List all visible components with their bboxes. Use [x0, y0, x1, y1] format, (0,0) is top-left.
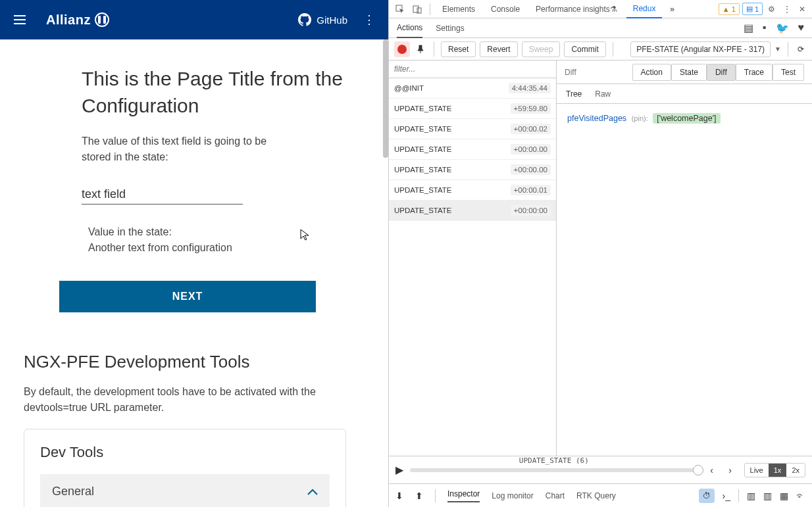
text-field-input[interactable] [82, 185, 243, 205]
sweep-button[interactable]: Sweep [522, 41, 561, 57]
timeline-label: UPDATE_STATE (6) [519, 456, 589, 465]
overflow-menu-button[interactable]: ⋮ [361, 12, 378, 27]
tab-redux[interactable]: Redux [626, 0, 663, 18]
chevron-down-icon[interactable]: ▼ [774, 45, 781, 53]
device-toolbar-icon[interactable] [410, 2, 424, 16]
page-title: This is the Page Title from the Configur… [82, 66, 365, 119]
panel-bottom-icon[interactable]: ▦ [780, 491, 788, 501]
commit-button[interactable]: Commit [564, 41, 605, 57]
card-title: Dev Tools [40, 444, 330, 461]
inspector-tab-state[interactable]: State [671, 64, 707, 81]
diff-value: ['welcomePage'] [653, 113, 720, 124]
subtab-tree[interactable]: Tree [566, 89, 582, 99]
action-row[interactable]: UPDATE_STATE+59:59.80 [389, 99, 556, 119]
inspector-tab-trace[interactable]: Trace [736, 64, 773, 81]
action-row[interactable]: UPDATE_STATE+00:00.01 [389, 180, 556, 201]
instance-selector[interactable]: PFE-STATE (Angular NX-PFE - 317) [630, 41, 771, 57]
slider-thumb[interactable] [693, 465, 703, 475]
diff-body: pfeVisitedPages (pin): ['welcomePage'] [557, 104, 812, 132]
action-time: +00:00.00 [511, 144, 551, 155]
github-link[interactable]: GitHub [298, 13, 347, 26]
tab-console[interactable]: Console [484, 0, 526, 18]
scrollbar-thumb[interactable] [383, 39, 388, 158]
brand-logo: Allianz [46, 12, 109, 28]
next-button[interactable]: NEXT [59, 281, 316, 312]
panel-left-icon[interactable]: ▥ [747, 491, 755, 501]
speed-1x[interactable]: 1x [769, 464, 787, 477]
devtools-bottombar: ⬇ ⬆ Inspector Log monitor Chart RTK Quer… [389, 483, 812, 507]
accordion-general[interactable]: General [40, 474, 330, 507]
state-line-2: Another text from configuration [88, 240, 365, 256]
reset-button[interactable]: Reset [441, 41, 476, 57]
action-time: +59:59.80 [511, 103, 551, 114]
github-label: GitHub [317, 14, 347, 26]
redux-main: @@INIT4:44:35.44UPDATE_STATE+59:59.80UPD… [389, 60, 812, 456]
inspector-tab-diff[interactable]: Diff [707, 64, 736, 81]
next-action-button[interactable]: › [723, 463, 738, 477]
speed-group: Live 1x 2x [744, 463, 805, 477]
app-body: This is the Page Title from the Configur… [0, 39, 388, 507]
state-info: Value in the state: Another text from co… [88, 224, 365, 256]
action-time: 4:44:35.44 [509, 83, 551, 93]
close-devtools-icon[interactable]: ✕ [796, 5, 808, 14]
tab-performance-insights[interactable]: Performance insights ⚗ [529, 0, 624, 18]
issues-badge[interactable]: ▤1 [742, 3, 763, 15]
action-filter-input[interactable] [389, 60, 556, 78]
timeline-slider[interactable]: UPDATE_STATE (6) [410, 468, 698, 472]
dispatch-console-icon[interactable]: ›_ [723, 491, 730, 501]
subtab-settings[interactable]: Settings [436, 18, 464, 38]
tab-elements[interactable]: Elements [436, 0, 482, 18]
app-pane: Allianz GitHub ⋮ This is the Page Title … [0, 0, 388, 507]
bottom-tab-inspector[interactable]: Inspector [447, 489, 480, 502]
more-tabs-icon[interactable]: » [665, 2, 679, 16]
twitter-icon[interactable]: 🐦 [776, 22, 789, 34]
speed-live[interactable]: Live [745, 464, 769, 477]
inspector-tab-action[interactable]: Action [632, 64, 671, 81]
action-row[interactable]: UPDATE_STATE+00:00.02 [389, 119, 556, 139]
diff-key[interactable]: pfeVisitedPages [567, 114, 626, 123]
info-icon: ▤ [746, 5, 753, 13]
feedback-icon[interactable]: ▪ [763, 22, 767, 34]
import-icon[interactable]: ⬆ [415, 491, 423, 501]
docs-icon[interactable]: ▤ [744, 22, 753, 34]
support-icon[interactable]: ♥ [798, 22, 805, 34]
lock-toggle-icon[interactable]: ⏱ [699, 489, 715, 503]
remote-icon[interactable]: ᯤ [796, 491, 805, 501]
bottom-tab-logmonitor[interactable]: Log monitor [492, 491, 533, 500]
devtools-heading: NGX-PFE Development Tools [24, 352, 365, 372]
chevron-up-icon [307, 489, 318, 495]
settings-gear-icon[interactable]: ⚙ [765, 5, 778, 14]
pin-button[interactable] [414, 43, 427, 56]
speed-2x[interactable]: 2x [786, 464, 805, 477]
reload-icon[interactable]: ⟳ [795, 42, 807, 57]
kebab-menu-icon[interactable]: ⋮ [780, 5, 794, 14]
redux-toolbar: Reset Revert Sweep Commit PFE-STATE (Ang… [389, 38, 812, 60]
action-row[interactable]: @@INIT4:44:35.44 [389, 78, 556, 99]
state-line-1: Value in the state: [88, 224, 365, 240]
action-name: UPDATE_STATE [394, 125, 452, 133]
warnings-badge[interactable]: ▲1 [719, 3, 740, 15]
action-name: UPDATE_STATE [394, 145, 452, 153]
play-button[interactable]: ▶ [395, 464, 403, 476]
action-row[interactable]: UPDATE_STATE+00:00:00 [389, 201, 556, 221]
subtab-actions[interactable]: Actions [397, 18, 422, 38]
devtools-topbar: Elements Console Performance insights ⚗ … [389, 0, 812, 18]
bottom-tab-chart[interactable]: Chart [546, 491, 565, 500]
record-button[interactable] [394, 41, 410, 57]
bottom-tab-rtkquery[interactable]: RTK Query [576, 491, 616, 500]
accordion-label: General [52, 485, 94, 498]
svg-rect-1 [413, 6, 419, 12]
menu-button[interactable] [11, 11, 29, 29]
export-icon[interactable]: ⬇ [395, 491, 403, 501]
subtab-raw[interactable]: Raw [595, 89, 611, 99]
revert-button[interactable]: Revert [480, 41, 517, 57]
inspect-element-icon[interactable] [393, 2, 407, 16]
action-name: UPDATE_STATE [394, 206, 452, 214]
prev-action-button[interactable]: ‹ [705, 463, 719, 477]
inspector-panel: Diff ActionStateDiffTraceTest Tree Raw p… [557, 60, 812, 456]
inspector-tab-test[interactable]: Test [773, 64, 804, 81]
panel-right-icon[interactable]: ▥ [763, 491, 772, 501]
action-row[interactable]: UPDATE_STATE+00:00.00 [389, 160, 556, 180]
action-row[interactable]: UPDATE_STATE+00:00.00 [389, 139, 556, 160]
devtools-description: By default, the development tools have t… [24, 384, 340, 416]
